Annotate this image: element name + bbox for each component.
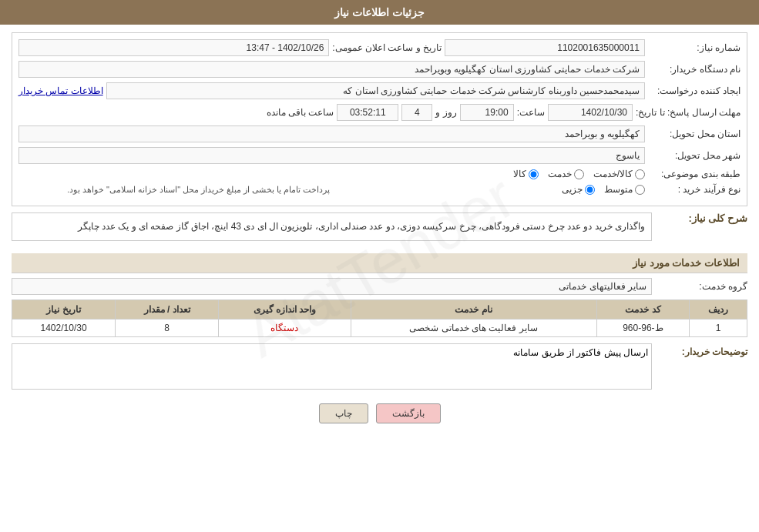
nooe-farayand-radio-group: متوسط جزیی bbox=[334, 184, 646, 195]
sharh-koli-row: شرح کلی نیاز: واگذاری خرید دو عدد چرخ دس… bbox=[12, 212, 747, 247]
radio-motavasset-label: متوسط bbox=[604, 184, 633, 195]
button-row: بازگشت چاپ bbox=[12, 396, 747, 431]
service-info-section: گروه خدمت: سایر فعالیتهای خدماتی ردیف کد… bbox=[12, 278, 747, 337]
grooh-label: گروه خدمت: bbox=[655, 281, 747, 292]
col-kod: کد خدمت bbox=[596, 300, 690, 320]
sharh-koli-label: شرح کلی نیاز: bbox=[655, 212, 747, 224]
shomara-niaz-label: شماره نیاز: bbox=[648, 42, 741, 53]
nooe-farayand-note: پرداخت تامام یا بخشی از مبلغ خریداز محل … bbox=[18, 185, 331, 195]
col-radif: ردیف bbox=[690, 300, 747, 320]
tabaqe-row: طبقه بندی موضوعی: کالا/خدمت خدمت کالا bbox=[18, 169, 741, 179]
nam-dastgah-value: شرکت خدمات حمایتی کشاورزی استان کهگیلویه… bbox=[18, 61, 645, 78]
table-cell: دستگاه bbox=[219, 320, 351, 337]
table-cell: سایر فعالیت های خدماتی شخصی bbox=[351, 320, 596, 337]
services-table: ردیف کد خدمت نام خدمت واحد اندازه گیری ت… bbox=[12, 299, 747, 337]
notes-input[interactable] bbox=[12, 343, 652, 390]
sharh-koli-value: واگذاری خرید دو عدد چرخ دستی فرودگاهی، چ… bbox=[12, 212, 652, 241]
grooh-value: سایر فعالیتهای خدماتی bbox=[12, 278, 652, 295]
mande-label: ساعت باقی مانده bbox=[267, 107, 334, 118]
shomara-niaz-value: 1102001635000011 bbox=[445, 39, 645, 56]
radio-khadamat[interactable] bbox=[574, 169, 584, 179]
page-header: جزئیات اطلاعات نیاز bbox=[0, 0, 759, 25]
nooe-farayand-row: نوع فرآیند خرید : متوسط جزیی پرداخت تاما… bbox=[18, 184, 741, 195]
mohlat-row: مهلت ارسال پاسخ: تا تاریخ: 1402/10/30 سا… bbox=[18, 104, 741, 121]
ostan-tahvil-row: استان محل تحویل: کهگیلویه و بویراحمد bbox=[18, 125, 741, 142]
table-row: 1ط-96-960سایر فعالیت های خدماتی شخصیدستگ… bbox=[12, 320, 747, 337]
tabaqe-label: طبقه بندی موضوعی: bbox=[648, 169, 741, 179]
col-tedad: تعداد / مقدار bbox=[116, 300, 219, 320]
nam-dastgah-label: نام دستگاه خریدار: bbox=[648, 64, 741, 75]
rooz-value: 4 bbox=[401, 104, 432, 121]
mande-value: 03:52:11 bbox=[337, 104, 398, 121]
main-form: شماره نیاز: 1102001635000011 تاریخ و ساع… bbox=[12, 32, 747, 206]
radio-kala-khadamat-label: کالا/خدمت bbox=[593, 169, 633, 179]
print-button[interactable]: چاپ bbox=[319, 403, 368, 423]
radio-jazzi[interactable] bbox=[585, 185, 595, 195]
shahr-tahvil-label: شهر محل تحویل: bbox=[648, 150, 741, 161]
radio-kala[interactable] bbox=[529, 169, 539, 179]
ijad-konande-link[interactable]: اطلاعات تماس خریدار bbox=[18, 85, 103, 96]
back-button[interactable]: بازگشت bbox=[376, 403, 441, 423]
ijad-konande-value: سیدمحمدحسین داوربناه کارشناس شرکت خدمات … bbox=[106, 82, 645, 99]
radio-jazzi-item: جزیی bbox=[562, 184, 595, 195]
radio-kala-khadamat-item: کالا/خدمت bbox=[593, 169, 645, 179]
shomara-niaz-row: شماره نیاز: 1102001635000011 تاریخ و ساع… bbox=[18, 39, 741, 56]
radio-motavasset-item: متوسط bbox=[604, 184, 645, 195]
nooe-farayand-label: نوع فرآیند خرید : bbox=[648, 184, 741, 195]
rooz-label: روز و bbox=[435, 107, 456, 118]
grooh-row: گروه خدمت: سایر فعالیتهای خدماتی bbox=[12, 278, 747, 295]
notes-label: توضیحات خریدار: bbox=[655, 343, 747, 357]
shahr-tahvil-value: یاسوج bbox=[18, 147, 645, 164]
col-tarikh: تاریخ نیاز bbox=[12, 300, 116, 320]
ostan-tahvil-label: استان محل تحویل: bbox=[648, 129, 741, 139]
radio-motavasset[interactable] bbox=[635, 185, 645, 195]
radio-kala-item: کالا bbox=[513, 169, 539, 179]
saat-label: ساعت: bbox=[517, 107, 545, 118]
ostan-tahvil-value: کهگیلویه و بویراحمد bbox=[18, 125, 645, 142]
saat-value: 19:00 bbox=[460, 104, 514, 121]
ijad-konande-label: ایجاد کننده درخواست: bbox=[648, 85, 741, 96]
col-naam: نام خدمت bbox=[351, 300, 596, 320]
nam-dastgah-row: نام دستگاه خریدار: شرکت خدمات حمایتی کشا… bbox=[18, 61, 741, 78]
elan-value: 1402/10/26 - 13:47 bbox=[18, 39, 329, 56]
radio-jazzi-label: جزیی bbox=[562, 184, 583, 195]
table-cell: 8 bbox=[116, 320, 219, 337]
tabaqe-radio-group: کالا/خدمت خدمت کالا bbox=[18, 169, 645, 179]
shahr-tahvil-row: شهر محل تحویل: یاسوج bbox=[18, 147, 741, 164]
radio-kala-label: کالا bbox=[513, 169, 526, 179]
table-cell: 1 bbox=[690, 320, 747, 337]
notes-area: توضیحات خریدار: bbox=[12, 343, 747, 390]
radio-khadamat-label: خدمت bbox=[548, 169, 572, 179]
col-vahed: واحد اندازه گیری bbox=[219, 300, 351, 320]
table-cell: ط-96-960 bbox=[596, 320, 690, 337]
mohlat-label: مهلت ارسال پاسخ: تا تاریخ: bbox=[636, 107, 741, 118]
radio-kala-khadamat[interactable] bbox=[635, 169, 645, 179]
elan-label: تاریخ و ساعت اعلان عمومی: bbox=[332, 42, 442, 53]
service-info-title: اطلاعات خدمات مورد نیاز bbox=[12, 253, 747, 273]
ijad-konande-row: ایجاد کننده درخواست: سیدمحمدحسین داوربنا… bbox=[18, 82, 741, 99]
table-cell: 1402/10/30 bbox=[12, 320, 116, 337]
tarikh-value: 1402/10/30 bbox=[548, 104, 633, 121]
table-header-row: ردیف کد خدمت نام خدمت واحد اندازه گیری ت… bbox=[12, 300, 747, 320]
page-title: جزئیات اطلاعات نیاز bbox=[334, 6, 425, 18]
radio-khadamat-item: خدمت bbox=[548, 169, 584, 179]
